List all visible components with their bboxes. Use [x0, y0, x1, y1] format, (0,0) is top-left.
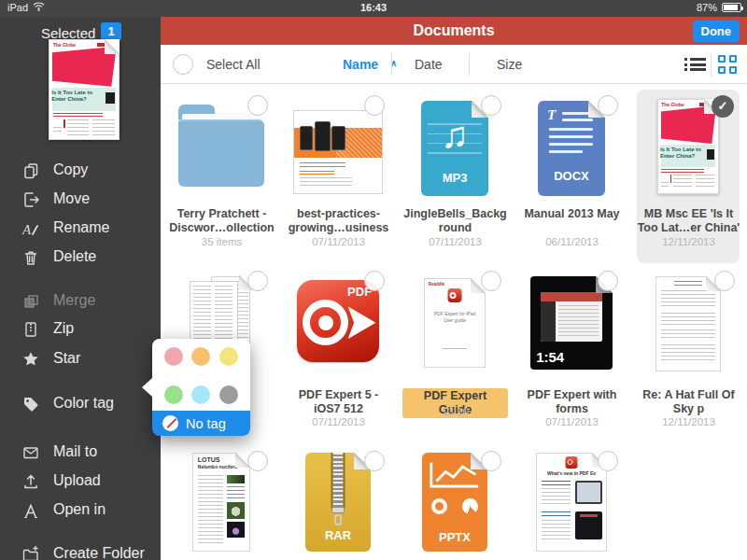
sidebar-item-copy[interactable]: Copy	[0, 159, 161, 183]
list-view-icon[interactable]	[684, 58, 707, 71]
grid-view-icon[interactable]	[718, 55, 737, 74]
star-icon	[21, 350, 40, 369]
article-subhead: Nelumbo nucifera	[198, 464, 237, 469]
docx-thumbnail: T DOCX	[538, 101, 605, 196]
rar-thumbnail: RAR	[305, 453, 371, 552]
select-circle[interactable]	[598, 271, 618, 291]
file-name: PDF Expert 5 - iOS7 512	[286, 388, 391, 416]
select-circle[interactable]	[247, 271, 268, 291]
rename-icon: A	[21, 219, 40, 238]
upload-icon	[21, 472, 40, 491]
file-name: MB Msc EE 'Is It Too Lat…er China'	[636, 207, 741, 235]
select-circle[interactable]	[247, 451, 268, 471]
docx-badge: DOCX	[538, 169, 605, 183]
select-all-circle[interactable]	[173, 54, 193, 75]
select-circle[interactable]	[598, 451, 618, 471]
donut-chart-glyph	[431, 498, 447, 514]
select-circle[interactable]	[481, 95, 501, 116]
pie-chart-glyph	[462, 498, 478, 514]
file-meta: 07/11/2013	[286, 416, 391, 427]
flyer-thumbnail: What's new in PDF Ex	[536, 453, 607, 552]
battery-icon	[722, 3, 741, 12]
open-in-icon	[21, 501, 40, 520]
move-icon	[21, 190, 40, 209]
sort-by-size[interactable]: Size	[497, 57, 522, 72]
sidebar-item-delete[interactable]: Delete	[0, 245, 161, 270]
create-folder-icon	[21, 545, 40, 560]
no-tag-button[interactable]: No tag	[152, 411, 250, 436]
clock: 16:43	[0, 2, 747, 13]
page-title: Documents	[161, 22, 747, 39]
file-meta: 13:10	[402, 406, 508, 417]
select-circle[interactable]	[364, 95, 385, 116]
file-name: best-practices-growing…usiness	[286, 207, 391, 235]
pptx-badge: PPTX	[422, 530, 487, 544]
tag-color-orange[interactable]	[191, 347, 210, 366]
select-all-label[interactable]: Select All	[206, 57, 261, 72]
sidebar-item-zip[interactable]: Zip	[0, 317, 161, 342]
tag-color-gray[interactable]	[219, 385, 238, 404]
tag-color-red[interactable]	[164, 347, 183, 366]
sidebar-item-open-in[interactable]: Open in	[0, 498, 161, 523]
sidebar-item-move[interactable]: Move	[0, 188, 161, 212]
sidebar-item-mail-to[interactable]: Mail to	[0, 441, 161, 465]
folder-thumbnail	[178, 105, 264, 187]
file-name: Terry Pratchett - Discwor…ollection	[169, 207, 275, 235]
magazine-thumbnail: The Globe Is It Too Late to Enter China?	[657, 99, 719, 194]
select-circle[interactable]	[714, 271, 735, 291]
file-name: Re: A Hat Full Of Sky p	[636, 388, 741, 416]
sidebar-item-upload[interactable]: Upload	[0, 469, 161, 494]
merge-icon	[21, 292, 40, 311]
status-bar: iPad 16:43 87%	[0, 0, 747, 17]
actions-sidebar: Selected 1 The Globe Is It Too Late to E…	[0, 17, 161, 560]
page-fold	[105, 39, 120, 54]
sidebar-item-color-tag[interactable]: Color tag	[0, 392, 161, 416]
file-meta: 07/11/2013	[519, 416, 625, 427]
color-tag-popover: No tag	[152, 339, 250, 436]
select-circle[interactable]	[481, 271, 501, 291]
file-meta: 35 items	[169, 236, 275, 247]
selected-document-thumbnail: The Globe Is It Too Late to Enter China?	[49, 39, 120, 140]
file-meta: 12/11/2013	[636, 416, 741, 427]
file-meta: 07/11/2013	[286, 236, 391, 247]
no-tag-icon	[162, 415, 178, 431]
tag-color-yellow[interactable]	[219, 347, 238, 366]
file-name: JingleBells_Background	[402, 207, 508, 235]
flyer-headline: What's new in PDF Ex	[537, 470, 606, 476]
mail-icon	[21, 443, 40, 462]
copy-icon	[21, 161, 40, 180]
done-button[interactable]: Done	[693, 21, 740, 42]
file-name: Manual 2013 May	[519, 207, 625, 221]
sidebar-item-merge: Merge	[0, 289, 161, 314]
selected-check-icon[interactable]: ✓	[712, 95, 734, 118]
video-thumbnail: 1:54	[530, 276, 613, 370]
no-tag-label: No tag	[186, 416, 226, 431]
select-circle[interactable]	[247, 95, 268, 116]
battery-percent: 87%	[697, 2, 717, 13]
tag-icon	[21, 395, 40, 413]
select-circle[interactable]	[364, 451, 385, 471]
readdle-logo: Readdle	[429, 282, 445, 287]
select-circle[interactable]	[598, 95, 618, 116]
sidebar-item-create-folder[interactable]: Create Folder	[0, 542, 161, 560]
rar-badge: RAR	[305, 528, 371, 542]
tag-color-green[interactable]	[164, 385, 183, 404]
magazine-masthead: The Globe	[53, 42, 76, 48]
file-meta: 06/11/2013	[519, 236, 625, 247]
magazine-headline: Is It Too Late to Enter China?	[51, 90, 101, 103]
file-meta: 12/11/2013	[636, 236, 741, 247]
text-doc-thumbnail	[655, 276, 721, 371]
sidebar-item-rename[interactable]: A Rename	[0, 217, 161, 241]
file-name: PDF Expert with forms	[519, 388, 625, 416]
article-thumbnail: LOTUS Nelumbo nucifera	[192, 453, 250, 552]
mp3-badge: MP3	[421, 171, 488, 185]
select-circle[interactable]	[364, 271, 385, 291]
sort-toolbar: Select All Name ∧ Date Size	[161, 45, 747, 84]
mp3-thumbnail: ♫ MP3	[421, 101, 488, 196]
sort-by-name[interactable]: Name	[343, 57, 378, 72]
color-swatches	[152, 339, 250, 411]
tag-color-blue[interactable]	[191, 385, 210, 404]
sort-by-date[interactable]: Date	[415, 57, 443, 72]
select-circle[interactable]	[481, 451, 501, 471]
sidebar-item-star[interactable]: Star	[0, 347, 161, 371]
